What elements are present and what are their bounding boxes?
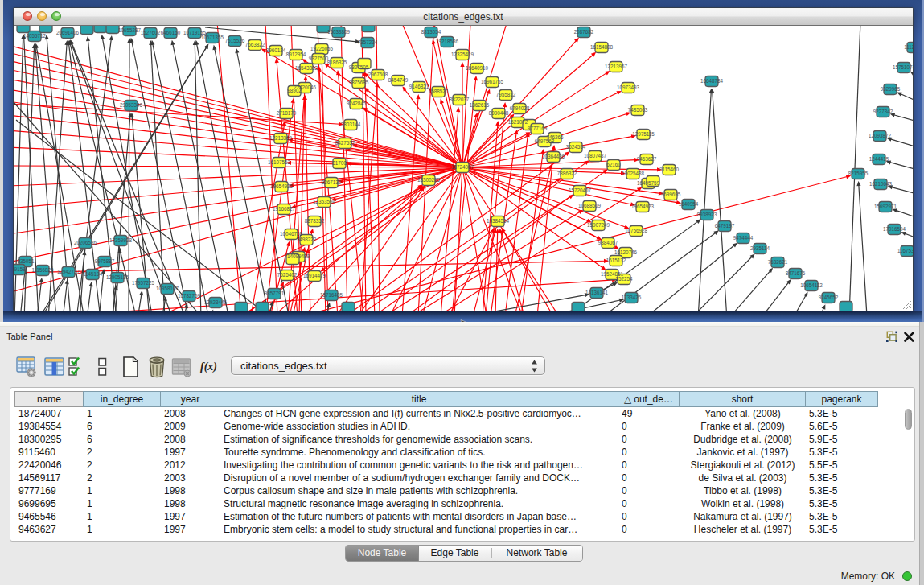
column-header-name[interactable]: name [14, 391, 83, 407]
cell-in_degree: 6 [87, 421, 158, 434]
column-header-pagerank[interactable]: pagerank [805, 391, 878, 407]
cell-pagerank: 5.3E-5 [809, 447, 876, 459]
svg-text:15692971: 15692971 [874, 204, 897, 209]
cell-year: 1997 [164, 524, 217, 537]
svg-text:8990448: 8990448 [489, 110, 509, 116]
table-row[interactable]: 1938455462009Genome-wide association stu… [10, 421, 914, 434]
close-panel-icon[interactable] [904, 332, 914, 342]
column-header-in_degree[interactable]: in_degree [83, 391, 160, 407]
table-source-dropdown[interactable]: citations_edges.txt [231, 356, 545, 375]
cell-out_de: 0 [622, 447, 676, 459]
svg-text:1362615: 1362615 [470, 102, 490, 108]
svg-text:6466160: 6466160 [161, 30, 181, 35]
cell-out_de: 0 [622, 498, 676, 511]
cell-pagerank: 5.6E-5 [809, 421, 876, 434]
cell-pagerank: 5.3E-5 [809, 524, 876, 537]
float-window-icon[interactable] [886, 331, 897, 342]
svg-text:16914479: 16914479 [303, 273, 326, 278]
table-row[interactable]: 969969511998Structural magnetic resonanc… [10, 498, 914, 511]
svg-text:8813054: 8813054 [421, 29, 441, 35]
svg-text:9327505: 9327505 [349, 64, 369, 70]
table-row[interactable]: 946362711997Embryonic stem cells: a mode… [10, 524, 914, 537]
svg-text:8912954: 8912954 [286, 51, 306, 57]
column-header-out_de[interactable]: △out_de… [618, 391, 679, 407]
show-columns-icon[interactable] [44, 356, 65, 378]
column-header-year[interactable]: year [160, 391, 220, 407]
svg-text:10046758: 10046758 [280, 231, 303, 237]
network-canvas[interactable]: 1405571220691406106552871527602646616010… [14, 26, 913, 311]
svg-text:10756928: 10756928 [625, 228, 648, 233]
svg-text:1621072: 1621072 [508, 119, 528, 125]
svg-text:6794028: 6794028 [510, 105, 530, 111]
svg-text:9329965: 9329965 [881, 86, 901, 92]
table-scrollbar[interactable] [904, 407, 913, 539]
svg-text:8267130: 8267130 [322, 179, 342, 185]
svg-text:14099489: 14099489 [287, 253, 310, 259]
dropdown-stepper-icon [531, 359, 538, 373]
table-row[interactable]: 946554611997Estimation of the future num… [10, 511, 914, 524]
cell-pagerank: 5.3E-5 [809, 511, 876, 524]
table-mode-icon[interactable] [16, 356, 37, 378]
cell-year: 1997 [164, 447, 217, 459]
cell-in_degree: 6 [87, 434, 158, 447]
cell-name: 9115460 [18, 447, 80, 459]
delete-trash-icon[interactable] [146, 356, 167, 378]
cell-short: de Silva et al. (2003) [683, 472, 803, 485]
svg-text:9474444: 9474444 [733, 235, 754, 241]
cell-name: 9465546 [18, 511, 80, 524]
svg-text:62160: 62160 [606, 162, 621, 167]
row-pair-icon[interactable] [92, 356, 113, 378]
tab-edge-table[interactable]: Edge Table [418, 546, 491, 561]
svg-text:1112093: 1112093 [904, 44, 913, 50]
cell-short: Nakamura et al. (1997) [683, 511, 803, 524]
node-table: namein_degreeyeartitle△out_de…shortpager… [10, 387, 915, 542]
svg-text:9146821: 9146821 [409, 84, 429, 89]
window-titlebar[interactable]: citations_edges.txt [14, 8, 913, 26]
svg-text:7886322: 7886322 [557, 171, 577, 176]
cell-year: 2012 [164, 459, 217, 472]
tab-network-table[interactable]: Network Table [491, 546, 582, 561]
svg-text:16120746: 16120746 [614, 249, 638, 255]
cell-in_degree: 1 [87, 485, 158, 498]
column-header-title[interactable]: title [220, 391, 618, 407]
svg-text:3624554: 3624554 [566, 144, 586, 150]
table-row[interactable]: 977716911998Corpus callosum shape and si… [10, 485, 914, 498]
svg-text:16543382: 16543382 [295, 65, 318, 71]
svg-text:9699695: 9699695 [661, 192, 681, 197]
svg-text:19654925: 19654925 [270, 183, 294, 189]
tab-node-table[interactable]: Node Table [346, 546, 418, 561]
new-file-icon[interactable] [121, 356, 142, 378]
table-row[interactable]: 1830029562008Estimation of significance … [10, 434, 914, 447]
svg-text:9875685: 9875685 [349, 80, 369, 85]
svg-text:12905135: 12905135 [106, 274, 129, 280]
svg-text:1588520: 1588520 [429, 89, 449, 94]
cell-out_de: 0 [622, 485, 676, 498]
cell-title: Changes of HCN gene expression and I(f) … [224, 408, 615, 421]
table-tabs: Node TableEdge TableNetwork Table [345, 545, 583, 562]
svg-text:10671355: 10671355 [201, 35, 224, 40]
cell-short: Wolkin et al. (1998) [683, 498, 803, 511]
cell-year: 2008 [164, 434, 217, 447]
table-row[interactable]: 1872400712008Changes of HCN gene express… [10, 408, 914, 421]
svg-text:6479197: 6479197 [715, 223, 735, 229]
cell-year: 1998 [164, 485, 217, 498]
svg-text:8215955: 8215955 [848, 171, 869, 176]
svg-text:20691406: 20691406 [56, 30, 80, 35]
table-row[interactable]: 911546021997Tourette syndrome. Phenomeno… [10, 447, 914, 459]
column-header-short[interactable]: short [679, 391, 805, 407]
svg-text:12942737: 12942737 [57, 269, 80, 274]
cell-short: Franke et al. (2009) [683, 421, 803, 434]
table-row[interactable]: 1456911722003Disruption of a novel membe… [10, 472, 914, 485]
function-builder-icon[interactable]: f(x) [200, 356, 221, 378]
status-bar: Memory: OK [0, 563, 924, 585]
row-select-icon[interactable] [68, 356, 88, 378]
cell-name: 14569117 [18, 472, 80, 485]
scrollbar-thumb[interactable] [905, 409, 912, 430]
svg-text:15716485: 15716485 [320, 292, 343, 298]
svg-text:2087682: 2087682 [574, 29, 594, 35]
svg-text:16154808: 16154808 [590, 44, 614, 50]
cell-in_degree: 1 [87, 524, 158, 537]
resize-grip-icon[interactable] [901, 299, 912, 310]
table-row[interactable]: 2242004622012Investigating the contribut… [10, 459, 914, 472]
svg-text:9327500: 9327500 [309, 56, 329, 61]
